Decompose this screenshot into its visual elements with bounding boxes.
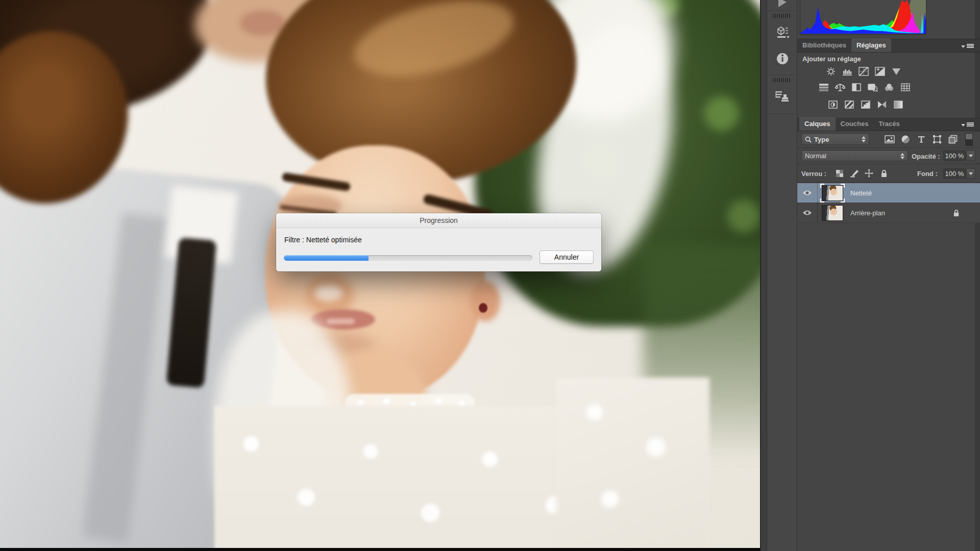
search-icon (805, 136, 812, 143)
progress-bar (284, 255, 532, 261)
background-lock-icon (953, 209, 960, 217)
posterize-icon[interactable] (843, 99, 855, 109)
photo-groom-beard (0, 14, 146, 221)
invert-icon[interactable] (827, 99, 839, 109)
3d-panel-icon[interactable] (767, 19, 797, 45)
black-white-icon[interactable] (850, 82, 863, 92)
layer-thumbnail[interactable] (822, 205, 843, 221)
hue-saturation-icon[interactable] (818, 82, 830, 92)
photo-earring (479, 303, 487, 313)
layer-thumbnail-image (822, 205, 843, 221)
progress-fill (284, 255, 369, 261)
layers-panel-menu-icon[interactable] (961, 122, 974, 128)
tab-reglages[interactable]: Réglages (851, 39, 891, 52)
adjustments-row-1 (825, 66, 902, 76)
filter-pixel-layers-icon[interactable] (884, 134, 895, 145)
exposure-icon[interactable] (874, 66, 886, 76)
photo-groom-tie (166, 237, 217, 388)
layer-visibility-eye-icon[interactable] (797, 183, 818, 203)
photo-background-foliage (475, 0, 760, 327)
photo-lace-choker (345, 394, 475, 412)
filter-shape-layers-icon[interactable] (932, 134, 943, 145)
layer-thumbnail[interactable] (822, 185, 843, 201)
document-canvas[interactable] (0, 0, 760, 551)
dropdown-updown-icon (862, 136, 866, 142)
info-panel-icon[interactable] (767, 45, 797, 72)
history-panel-icon[interactable] (767, 83, 797, 110)
layer-name: Netteté (850, 189, 872, 197)
photo-nose-highlight (314, 285, 342, 301)
cancel-button[interactable]: Annuler (540, 251, 594, 264)
tab-calques[interactable]: Calques (799, 117, 836, 131)
filter-adjustment-layers-icon[interactable] (900, 134, 911, 145)
opacity-dropdown-arrow[interactable] (966, 151, 975, 161)
fill-dropdown-arrow[interactable] (966, 168, 975, 179)
brightness-contrast-icon[interactable] (825, 66, 837, 76)
layer-row-nettete[interactable]: Netteté (797, 183, 980, 203)
channel-mixer-icon[interactable] (883, 82, 895, 92)
histogram-panel[interactable] (800, 0, 926, 35)
tab-couches[interactable]: Couches (836, 117, 874, 131)
photo-lips (311, 309, 375, 330)
gradient-map-icon[interactable] (876, 99, 888, 109)
filter-smart-objects-icon[interactable] (947, 134, 959, 145)
layer-row-arriere-plan[interactable]: Arrière-plan (797, 203, 980, 223)
photo-groom-lips (240, 10, 286, 36)
layer-filter-type-dropdown[interactable]: Type (801, 134, 869, 145)
lock-transparency-icon[interactable] (834, 168, 845, 179)
opacity-label: Opacité : (912, 153, 940, 160)
lock-pixels-icon[interactable] (849, 168, 860, 179)
vibrance-icon[interactable] (890, 66, 902, 76)
actions-panel-icon[interactable] (767, 0, 797, 11)
blend-mode-dropdown[interactable]: Normal (801, 151, 908, 161)
tab-bibliotheques[interactable]: Bibliothèques (797, 39, 851, 52)
opacity-value[interactable]: 100 % (943, 151, 966, 161)
filter-type-layers-icon[interactable] (916, 134, 927, 145)
layer-visibility-eye-icon[interactable] (797, 203, 818, 223)
progress-status-label: Filtre : Netteté optimisée (284, 236, 362, 244)
adjustments-row-3 (827, 99, 904, 109)
progress-dialog: Progression Filtre : Netteté optimisée A… (276, 213, 601, 271)
layer-filter-toggle[interactable] (965, 133, 973, 146)
blend-mode-value: Normal (805, 152, 826, 160)
photo-filter-icon[interactable] (867, 82, 879, 92)
photo-background-foliage-patch (388, 0, 521, 71)
thumbnail-corner (820, 198, 824, 203)
selective-color-icon[interactable] (892, 99, 904, 109)
levels-icon[interactable] (841, 66, 853, 76)
panel-column: Bibliothèques Réglages Ajouter un réglag… (797, 0, 980, 551)
adjustments-tabbar: Bibliothèques Réglages (797, 39, 980, 53)
photo-neck (324, 352, 426, 439)
photo-highlight (531, 0, 674, 122)
photo-shoulder-lace (556, 378, 709, 551)
dialog-titlebar: Progression (276, 213, 601, 228)
dropdown-updown-icon (900, 153, 904, 159)
dialog-title: Progression (420, 216, 458, 224)
photo-light-edge (0, 117, 46, 337)
color-balance-icon[interactable] (834, 82, 846, 92)
panel-dock (767, 0, 797, 551)
photo-suit-fold (82, 213, 167, 542)
photo-groom-shirt (165, 186, 238, 264)
tab-traces[interactable]: Tracés (873, 117, 904, 131)
panel-right-shade (975, 0, 980, 551)
histogram-chart (800, 0, 926, 34)
layers-tabbar: Calques Couches Tracés (797, 118, 980, 131)
color-lookup-icon[interactable] (899, 82, 912, 92)
panel-menu-icon[interactable] (961, 44, 974, 49)
photo-bride-hair (255, 0, 588, 199)
lock-label: Verrou : (801, 170, 826, 178)
thumbnail-corner (820, 184, 824, 188)
dock-grip[interactable] (773, 14, 791, 18)
photo-eyebrow-left (282, 172, 351, 192)
lock-all-icon[interactable] (878, 168, 889, 179)
fill-value[interactable]: 100 % (943, 168, 966, 179)
fill-label: Fond : (917, 170, 938, 178)
photo-bottom-edge (0, 548, 760, 551)
layer-thumbnail-image (822, 185, 843, 201)
curves-icon[interactable] (857, 66, 870, 76)
dock-grip[interactable] (773, 78, 791, 82)
lock-position-icon[interactable] (864, 168, 874, 179)
threshold-icon[interactable] (860, 99, 872, 109)
layer-filter-type-label: Type (814, 136, 829, 143)
